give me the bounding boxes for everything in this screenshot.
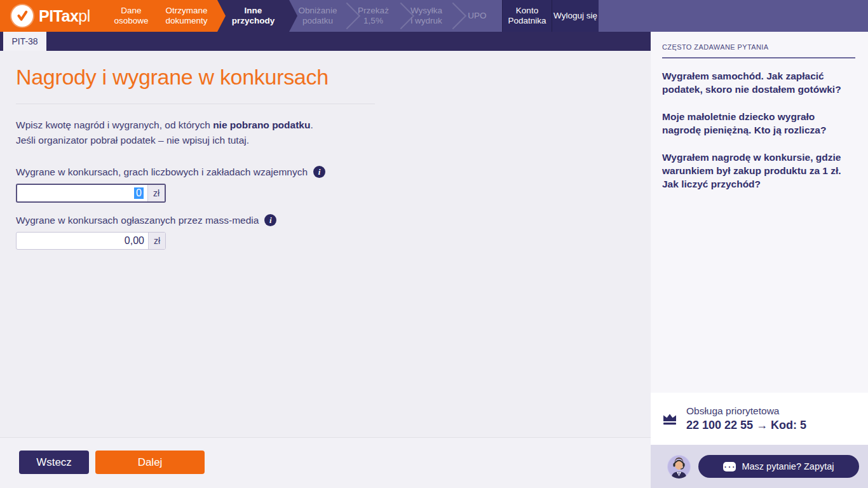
nav-filler [599,0,868,32]
form-tab-bar: PIT-38 [0,32,651,51]
chevron-right-icon [289,0,297,32]
faq-section: CZĘSTO ZADAWANE PYTANIA Wygrałem samochó… [651,32,868,393]
currency-suffix: zł [148,233,165,249]
selected-value: 0 [134,187,144,199]
field-2-label: Wygrane w konkursach ogłaszanych przez m… [16,215,259,226]
sidebar: CZĘSTO ZADAWANE PYTANIA Wygrałem samochó… [651,32,868,488]
field-2-input[interactable]: 0,00 zł [16,232,166,250]
field-1-label-row: Wygrane w konkursach, grach liczbowych i… [16,166,651,178]
nav-step-dane-osobowe[interactable]: Daneosobowe [107,0,156,32]
priority-support-section: Obsługa priorytetowa 22 100 22 55 → Kod:… [651,393,868,445]
info-icon[interactable]: i [264,214,276,226]
currency-suffix: zł [147,185,165,201]
footer-bar: Wstecz Dalej [0,437,651,488]
nav-step-inne-przychody-active[interactable]: Inneprzychody [217,0,289,32]
brand-logo[interactable]: PITaxpl [0,0,107,32]
faq-question[interactable]: Wygrałem samochód. Jak zapłacić podatek,… [662,69,855,96]
brand-name: PITaxpl [39,7,90,25]
info-icon[interactable]: i [313,166,325,178]
next-button[interactable]: Dalej [95,451,205,474]
support-agent-avatar [667,455,691,478]
main-content: Nagrody i wygrane w konkursach Wpisz kwo… [0,51,651,437]
field-1-input-focused[interactable]: 0 zł [16,184,166,203]
field-2-label-row: Wygrane w konkursach ogłaszanych przez m… [16,214,651,226]
account-button[interactable]: KontoPodatnika [502,0,552,32]
page-title: Nagrody i wygrane w konkursach [16,65,651,90]
logout-button[interactable]: Wyloguj się [552,0,599,32]
chat-bubble-icon: • • • [723,462,736,471]
priority-phone: 22 100 22 55 → Kod: 5 [686,419,806,432]
faq-title: CZĘSTO ZADAWANE PYTANIA [662,43,855,58]
chat-button-label: Masz pytanie? Zapytaj [742,461,834,471]
title-divider [16,104,375,104]
field-2-value: 0,00 [17,233,148,249]
intro-text: Wpisz kwotę nagród i wygranych, od który… [16,118,378,148]
nav-step-obnizanie-podatku[interactable]: Obniżaniepodatku [289,0,346,32]
tab-pit-38[interactable]: PIT-38 [3,32,46,51]
faq-question[interactable]: Moje małoletnie dziecko wygrało nagrodę … [662,110,855,137]
brand-check-icon [11,5,33,27]
pitax-app: PITaxpl Daneosobowe Otrzymanedokumenty I… [0,0,868,488]
crown-icon [662,412,677,429]
faq-question[interactable]: Wygrałem nagrodę w konkursie, gdzie waru… [662,151,855,191]
chat-section: • • • Masz pytanie? Zapytaj [651,445,868,488]
field-1-label: Wygrane w konkursach, grach liczbowych i… [16,166,308,178]
chat-button[interactable]: • • • Masz pytanie? Zapytaj [698,455,859,478]
back-button[interactable]: Wstecz [19,451,89,474]
top-nav: PITaxpl Daneosobowe Otrzymanedokumenty I… [0,0,868,32]
priority-title: Obsługa priorytetowa [686,405,806,417]
chevron-right-icon [217,0,226,32]
nav-step-otrzymane-dokumenty[interactable]: Otrzymanedokumenty [156,0,217,32]
